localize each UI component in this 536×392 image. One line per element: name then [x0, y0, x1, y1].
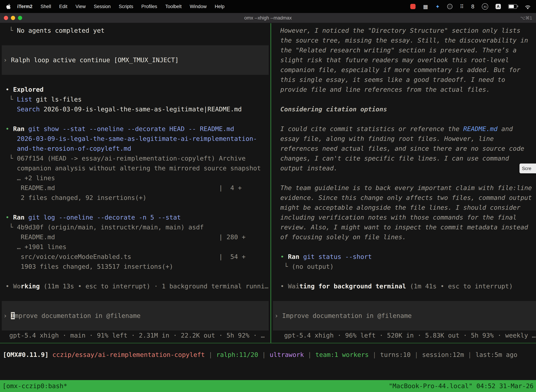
text-segment: mprove documentation in @filename [15, 312, 140, 319]
menu-iterm2[interactable]: iTerm2 [13, 4, 37, 9]
text-segment: git log --oneline --decorate -n 5 --stat [28, 214, 181, 221]
text-segment: | [304, 351, 315, 358]
tmux-host-time-label: "MacBook-Pro-44.local" 04:52 31-Mar-26 [389, 381, 534, 391]
agents-status: └ No agents completed yet [0, 26, 270, 36]
text-segment: companion file, especially if more comme… [280, 66, 520, 73]
terminal-line [271, 173, 536, 183]
ran-git-log: • Ran git log --oneline --decorate -n 5 … [0, 213, 270, 222]
text-segment: README.md | 280 + [5, 233, 245, 241]
terminal-line: and-the-erosion-of-copyleft.md [0, 144, 270, 154]
text-segment: 2026-03-09-is-legal-the-same-as-legitima… [5, 135, 257, 142]
text-segment: cczip/essay/ai-reimplementation-copyleft [53, 351, 205, 358]
terminal-line: provide file and line references from th… [271, 85, 536, 94]
loop-icon[interactable]: 8 [471, 4, 474, 10]
model-status: gpt-5.4 xhigh · 96% left · 520K in · 5.8… [271, 331, 536, 340]
terminal-window[interactable]: └ No agents completed yet› Ralph loop ac… [0, 23, 536, 392]
terminal-line: … +2 lines [0, 173, 270, 183]
text-segment: • [5, 86, 13, 93]
command-input[interactable]: › Improve documentation in @filename [273, 301, 536, 331]
text-segment: the source tree, missing the essay. Stil… [280, 37, 528, 44]
explored-header: • Explored [0, 85, 270, 94]
wifi-icon[interactable] [524, 4, 531, 9]
text-segment: | [205, 351, 216, 358]
terminal-line [271, 94, 536, 104]
text-segment [24, 125, 28, 132]
text-segment: … +1901 lines [5, 243, 67, 250]
text-segment: └ [5, 27, 17, 34]
text-segment: Ran [13, 125, 24, 132]
text-segment: • [5, 214, 13, 221]
text-segment: • [280, 283, 288, 290]
menubar-status-icons: ▦✦⠿8.61A [410, 3, 531, 10]
text-segment: (no output) [292, 263, 334, 270]
text-segment: slight risk that future readers may over… [280, 56, 509, 64]
command-input[interactable]: › Improve documentation in @filename [2, 301, 269, 331]
terminal-line: review. Also, I might want to inspect th… [271, 222, 536, 232]
menu-scripts[interactable]: Scripts [115, 4, 137, 9]
menu-window[interactable]: Window [186, 4, 211, 9]
reasoning-heading: Considering citation options [271, 104, 536, 114]
text-segment: review. Also, I might want to inspect th… [280, 224, 528, 231]
menu-help[interactable]: Help [211, 4, 229, 9]
menu-profiles[interactable]: Profiles [137, 4, 161, 9]
text-segment: might be acceptable alongside the file l… [280, 204, 520, 211]
terminal-line: README.md | 4 + [0, 183, 270, 193]
text-segment: git ls-files [32, 96, 82, 103]
input-source-a-icon[interactable]: A [496, 4, 501, 9]
text-segment: | [258, 351, 270, 358]
terminal-line: companion file, especially if more comme… [271, 65, 536, 75]
text-segment: session:12m [422, 351, 464, 358]
terminal-line [0, 75, 270, 85]
window-controls [4, 16, 22, 20]
menu-shell[interactable]: Shell [37, 4, 55, 9]
text-segment: › [274, 312, 282, 319]
terminal-line [0, 271, 270, 281]
menu-session[interactable]: Session [90, 4, 115, 9]
gauge-61-icon[interactable]: .61 [482, 3, 488, 10]
text-segment: changes, I can't cite specific file line… [280, 155, 509, 162]
text-segment: last:5m ago [475, 351, 517, 358]
text-segment: evidence. Since this change only affects… [280, 194, 532, 201]
battery-icon[interactable] [508, 4, 517, 9]
terminal-line: slight risk that future readers may over… [271, 55, 536, 65]
menu-view[interactable]: View [72, 4, 90, 9]
text-segment [5, 106, 17, 113]
grid-icon[interactable]: ▦ [423, 4, 428, 10]
terminal-line: └ (no output) [271, 262, 536, 271]
text-segment: ralph:11/20 [216, 351, 258, 358]
menu-items: iTerm2ShellEditViewSessionScriptsProfile… [5, 4, 228, 9]
terminal-line: README.md | 280 + [0, 232, 270, 242]
text-segment: README.md | 4 + [5, 184, 242, 191]
text-segment: • [5, 125, 13, 132]
recording-indicator[interactable] [410, 4, 416, 9]
terminal-line [0, 203, 270, 213]
text-segment: output instead. [280, 165, 337, 172]
zoom-window-button[interactable] [18, 16, 22, 20]
disc-icon[interactable] [447, 4, 452, 9]
text-segment: I [11, 312, 15, 319]
text-segment: including verification notes with those … [280, 214, 517, 221]
terminal-line: of focusing solely on file lines. [271, 232, 536, 242]
text-segment: gpt-5.4 xhigh · 96% left · 520K in · 5.8… [280, 332, 536, 339]
text-segment: Wo [13, 283, 21, 290]
text-segment: Ran [13, 214, 24, 221]
waiting-status: • Waiting for background terminal (1m 41… [271, 281, 536, 291]
text-segment: this single essay, it seems like a good … [280, 76, 505, 83]
minimize-window-button[interactable] [11, 16, 15, 20]
menu-edit[interactable]: Edit [55, 4, 72, 9]
text-segment: Wai [288, 283, 299, 290]
menu-toolbelt[interactable]: Toolbelt [161, 4, 186, 9]
spark-icon[interactable]: ✦ [436, 4, 440, 10]
terminal-line: including verification notes with those … [271, 213, 536, 222]
text-segment: | [369, 351, 380, 358]
text-segment: Improve documentation in @filename [282, 312, 412, 319]
close-window-button[interactable] [4, 16, 8, 20]
terminal-line [0, 36, 270, 45]
dots-grid-icon[interactable]: ⠿ [460, 4, 464, 10]
terminal-line: evidence. Since this change only affects… [271, 193, 536, 203]
left-pane[interactable]: └ No agents completed yet› Ralph loop ac… [0, 23, 270, 343]
right-pane[interactable]: However, I noticed the "Directory Struct… [271, 23, 536, 343]
text-segment: companion analysis without altering the … [5, 165, 261, 172]
text-segment: The team guideline is to back every impo… [280, 184, 532, 191]
apple-menu-icon[interactable] [6, 4, 11, 9]
